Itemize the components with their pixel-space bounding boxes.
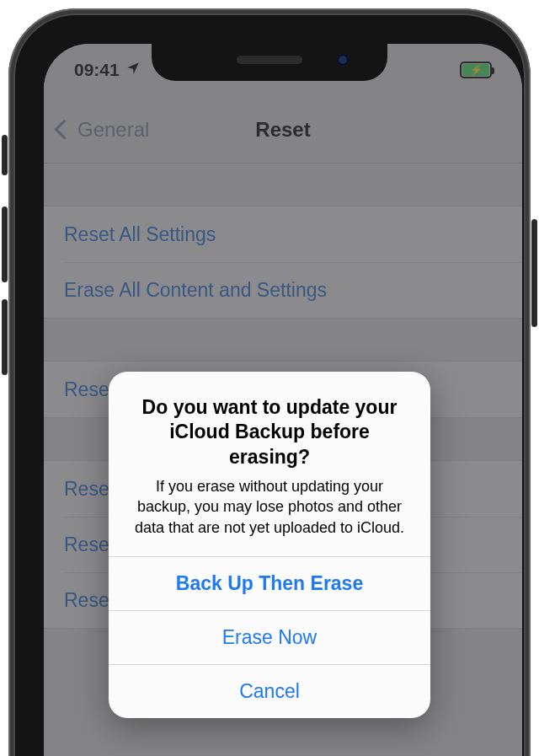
battery-fill: ⚡ [462,64,489,76]
speaker-grille [237,56,302,64]
cancel-button[interactable]: Cancel [109,664,430,718]
alert-message: If you erase without updating your backu… [131,476,408,537]
row-label: Rese [64,533,109,556]
erase-now-button[interactable]: Erase Now [109,610,430,664]
stage: 09:41 ⚡ General [0,0,539,756]
alert-title: Do you want to update your iCloud Backup… [131,395,408,469]
phone-side-vol-up [2,206,8,282]
status-time: 09:41 [74,60,120,80]
charging-bolt-icon: ⚡ [470,64,483,76]
row-label: Rese [64,478,109,501]
alert-body: Do you want to update your iCloud Backup… [109,372,430,556]
phone-side-power [531,219,537,327]
chevron-left-icon [54,119,74,139]
front-camera [337,54,349,66]
status-right: ⚡ [460,62,492,78]
back-up-then-erase-button[interactable]: Back Up Then Erase [109,556,430,610]
phone-notch [152,44,387,81]
row-label: Erase All Content and Settings [64,279,327,302]
list-group-1: Reset All Settings Erase All Content and… [44,206,522,319]
phone-frame: 09:41 ⚡ General [8,8,531,756]
battery-icon: ⚡ [460,62,492,78]
back-button[interactable]: General [57,96,149,163]
row-label: Rese [64,589,109,612]
page-title: Reset [255,118,310,142]
phone-side-mute [2,135,8,175]
button-label: Erase Now [222,626,317,649]
row-erase-all-content[interactable]: Erase All Content and Settings [64,262,522,318]
button-label: Cancel [239,680,300,703]
button-label: Back Up Then Erase [176,572,363,595]
location-icon [125,60,141,80]
alert-dialog: Do you want to update your iCloud Backup… [109,372,430,718]
row-label: Reset All Settings [64,223,216,246]
row-reset-all-settings[interactable]: Reset All Settings [44,206,522,262]
row-label: Rese [64,378,109,401]
phone-side-vol-down [2,299,8,375]
spacer [44,319,522,361]
back-label: General [77,118,149,142]
phone-inner-frame: 09:41 ⚡ General [13,13,526,756]
nav-bar: General Reset [44,96,522,164]
status-left: 09:41 [74,60,141,80]
